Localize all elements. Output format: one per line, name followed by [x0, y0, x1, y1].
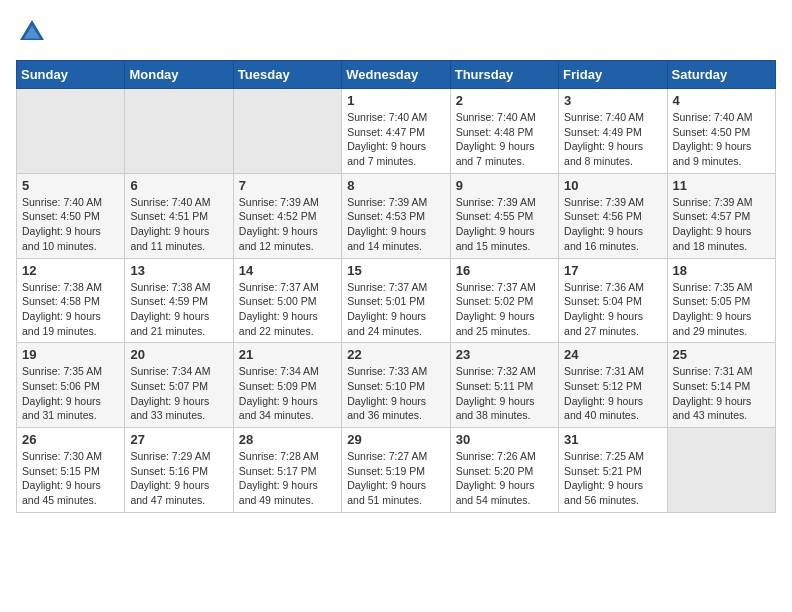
- day-cell: 28Sunrise: 7:28 AMSunset: 5:17 PMDayligh…: [233, 428, 341, 513]
- day-cell: [125, 89, 233, 174]
- day-info: Sunrise: 7:31 AMSunset: 5:12 PMDaylight:…: [564, 364, 661, 423]
- day-number: 16: [456, 263, 553, 278]
- day-info: Sunrise: 7:39 AMSunset: 4:53 PMDaylight:…: [347, 195, 444, 254]
- day-cell: 25Sunrise: 7:31 AMSunset: 5:14 PMDayligh…: [667, 343, 775, 428]
- weekday-header-wednesday: Wednesday: [342, 61, 450, 89]
- day-cell: 6Sunrise: 7:40 AMSunset: 4:51 PMDaylight…: [125, 173, 233, 258]
- day-cell: 29Sunrise: 7:27 AMSunset: 5:19 PMDayligh…: [342, 428, 450, 513]
- day-info: Sunrise: 7:40 AMSunset: 4:47 PMDaylight:…: [347, 110, 444, 169]
- day-cell: 27Sunrise: 7:29 AMSunset: 5:16 PMDayligh…: [125, 428, 233, 513]
- week-row-3: 12Sunrise: 7:38 AMSunset: 4:58 PMDayligh…: [17, 258, 776, 343]
- day-number: 17: [564, 263, 661, 278]
- day-cell: 16Sunrise: 7:37 AMSunset: 5:02 PMDayligh…: [450, 258, 558, 343]
- day-cell: [17, 89, 125, 174]
- day-cell: 22Sunrise: 7:33 AMSunset: 5:10 PMDayligh…: [342, 343, 450, 428]
- day-cell: 2Sunrise: 7:40 AMSunset: 4:48 PMDaylight…: [450, 89, 558, 174]
- day-cell: 19Sunrise: 7:35 AMSunset: 5:06 PMDayligh…: [17, 343, 125, 428]
- day-number: 12: [22, 263, 119, 278]
- logo: [16, 16, 52, 48]
- day-info: Sunrise: 7:40 AMSunset: 4:50 PMDaylight:…: [22, 195, 119, 254]
- day-cell: 10Sunrise: 7:39 AMSunset: 4:56 PMDayligh…: [559, 173, 667, 258]
- day-number: 15: [347, 263, 444, 278]
- day-info: Sunrise: 7:37 AMSunset: 5:00 PMDaylight:…: [239, 280, 336, 339]
- day-info: Sunrise: 7:31 AMSunset: 5:14 PMDaylight:…: [673, 364, 770, 423]
- week-row-2: 5Sunrise: 7:40 AMSunset: 4:50 PMDaylight…: [17, 173, 776, 258]
- day-number: 30: [456, 432, 553, 447]
- day-info: Sunrise: 7:33 AMSunset: 5:10 PMDaylight:…: [347, 364, 444, 423]
- day-number: 23: [456, 347, 553, 362]
- day-cell: 26Sunrise: 7:30 AMSunset: 5:15 PMDayligh…: [17, 428, 125, 513]
- day-cell: 8Sunrise: 7:39 AMSunset: 4:53 PMDaylight…: [342, 173, 450, 258]
- day-info: Sunrise: 7:35 AMSunset: 5:05 PMDaylight:…: [673, 280, 770, 339]
- day-cell: 3Sunrise: 7:40 AMSunset: 4:49 PMDaylight…: [559, 89, 667, 174]
- day-cell: 24Sunrise: 7:31 AMSunset: 5:12 PMDayligh…: [559, 343, 667, 428]
- day-info: Sunrise: 7:35 AMSunset: 5:06 PMDaylight:…: [22, 364, 119, 423]
- day-cell: 9Sunrise: 7:39 AMSunset: 4:55 PMDaylight…: [450, 173, 558, 258]
- logo-icon: [16, 16, 48, 48]
- day-number: 27: [130, 432, 227, 447]
- day-info: Sunrise: 7:40 AMSunset: 4:51 PMDaylight:…: [130, 195, 227, 254]
- day-cell: 7Sunrise: 7:39 AMSunset: 4:52 PMDaylight…: [233, 173, 341, 258]
- day-number: 29: [347, 432, 444, 447]
- day-number: 24: [564, 347, 661, 362]
- day-info: Sunrise: 7:26 AMSunset: 5:20 PMDaylight:…: [456, 449, 553, 508]
- day-number: 1: [347, 93, 444, 108]
- day-info: Sunrise: 7:34 AMSunset: 5:07 PMDaylight:…: [130, 364, 227, 423]
- day-number: 22: [347, 347, 444, 362]
- weekday-header-saturday: Saturday: [667, 61, 775, 89]
- day-number: 25: [673, 347, 770, 362]
- day-info: Sunrise: 7:27 AMSunset: 5:19 PMDaylight:…: [347, 449, 444, 508]
- day-number: 6: [130, 178, 227, 193]
- day-info: Sunrise: 7:29 AMSunset: 5:16 PMDaylight:…: [130, 449, 227, 508]
- calendar-table: SundayMondayTuesdayWednesdayThursdayFrid…: [16, 60, 776, 513]
- day-cell: 20Sunrise: 7:34 AMSunset: 5:07 PMDayligh…: [125, 343, 233, 428]
- day-number: 9: [456, 178, 553, 193]
- day-number: 13: [130, 263, 227, 278]
- day-number: 19: [22, 347, 119, 362]
- day-number: 18: [673, 263, 770, 278]
- day-info: Sunrise: 7:39 AMSunset: 4:55 PMDaylight:…: [456, 195, 553, 254]
- day-cell: [233, 89, 341, 174]
- day-number: 26: [22, 432, 119, 447]
- day-cell: 21Sunrise: 7:34 AMSunset: 5:09 PMDayligh…: [233, 343, 341, 428]
- day-number: 8: [347, 178, 444, 193]
- day-cell: 4Sunrise: 7:40 AMSunset: 4:50 PMDaylight…: [667, 89, 775, 174]
- day-info: Sunrise: 7:34 AMSunset: 5:09 PMDaylight:…: [239, 364, 336, 423]
- day-cell: 12Sunrise: 7:38 AMSunset: 4:58 PMDayligh…: [17, 258, 125, 343]
- weekday-header-sunday: Sunday: [17, 61, 125, 89]
- day-number: 11: [673, 178, 770, 193]
- weekday-header-friday: Friday: [559, 61, 667, 89]
- day-cell: 11Sunrise: 7:39 AMSunset: 4:57 PMDayligh…: [667, 173, 775, 258]
- day-number: 4: [673, 93, 770, 108]
- weekday-header-thursday: Thursday: [450, 61, 558, 89]
- day-number: 10: [564, 178, 661, 193]
- day-cell: 13Sunrise: 7:38 AMSunset: 4:59 PMDayligh…: [125, 258, 233, 343]
- day-info: Sunrise: 7:38 AMSunset: 4:59 PMDaylight:…: [130, 280, 227, 339]
- day-cell: 18Sunrise: 7:35 AMSunset: 5:05 PMDayligh…: [667, 258, 775, 343]
- day-info: Sunrise: 7:40 AMSunset: 4:49 PMDaylight:…: [564, 110, 661, 169]
- day-number: 21: [239, 347, 336, 362]
- day-cell: 15Sunrise: 7:37 AMSunset: 5:01 PMDayligh…: [342, 258, 450, 343]
- weekday-header-tuesday: Tuesday: [233, 61, 341, 89]
- day-info: Sunrise: 7:36 AMSunset: 5:04 PMDaylight:…: [564, 280, 661, 339]
- day-cell: 1Sunrise: 7:40 AMSunset: 4:47 PMDaylight…: [342, 89, 450, 174]
- day-info: Sunrise: 7:39 AMSunset: 4:57 PMDaylight:…: [673, 195, 770, 254]
- day-number: 2: [456, 93, 553, 108]
- day-number: 7: [239, 178, 336, 193]
- day-cell: 5Sunrise: 7:40 AMSunset: 4:50 PMDaylight…: [17, 173, 125, 258]
- day-number: 3: [564, 93, 661, 108]
- day-number: 14: [239, 263, 336, 278]
- day-cell: [667, 428, 775, 513]
- day-number: 5: [22, 178, 119, 193]
- week-row-5: 26Sunrise: 7:30 AMSunset: 5:15 PMDayligh…: [17, 428, 776, 513]
- day-info: Sunrise: 7:37 AMSunset: 5:01 PMDaylight:…: [347, 280, 444, 339]
- day-cell: 14Sunrise: 7:37 AMSunset: 5:00 PMDayligh…: [233, 258, 341, 343]
- day-cell: 30Sunrise: 7:26 AMSunset: 5:20 PMDayligh…: [450, 428, 558, 513]
- day-info: Sunrise: 7:32 AMSunset: 5:11 PMDaylight:…: [456, 364, 553, 423]
- day-info: Sunrise: 7:30 AMSunset: 5:15 PMDaylight:…: [22, 449, 119, 508]
- day-info: Sunrise: 7:40 AMSunset: 4:50 PMDaylight:…: [673, 110, 770, 169]
- week-row-4: 19Sunrise: 7:35 AMSunset: 5:06 PMDayligh…: [17, 343, 776, 428]
- day-number: 20: [130, 347, 227, 362]
- day-number: 28: [239, 432, 336, 447]
- weekday-header-monday: Monday: [125, 61, 233, 89]
